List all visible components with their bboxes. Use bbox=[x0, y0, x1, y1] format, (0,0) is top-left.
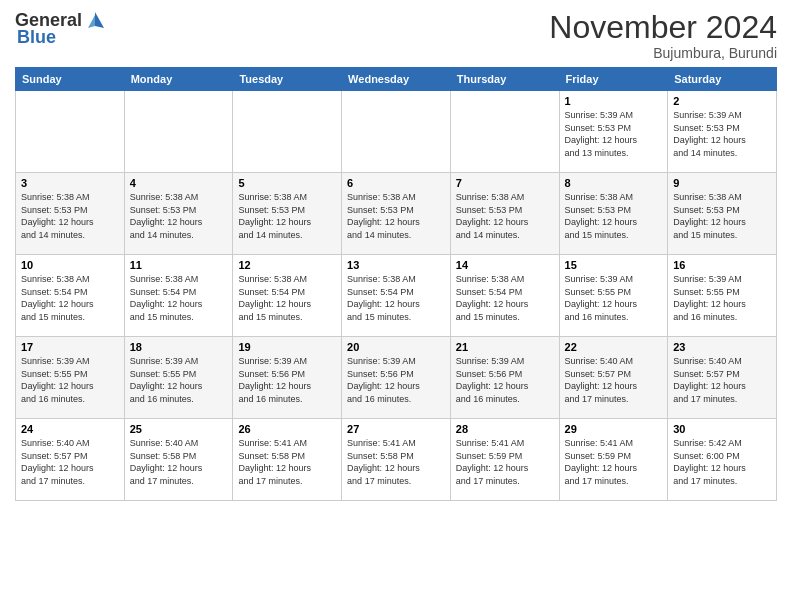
week-row-5: 24Sunrise: 5:40 AMSunset: 5:57 PMDayligh… bbox=[16, 419, 777, 501]
day-number: 15 bbox=[565, 259, 663, 271]
day-info: Sunrise: 5:40 AMSunset: 5:58 PMDaylight:… bbox=[130, 437, 228, 487]
day-number: 27 bbox=[347, 423, 445, 435]
cell-4-2: 26Sunrise: 5:41 AMSunset: 5:58 PMDayligh… bbox=[233, 419, 342, 501]
cell-3-1: 18Sunrise: 5:39 AMSunset: 5:55 PMDayligh… bbox=[124, 337, 233, 419]
page: General Blue November 2024 Bujumbura, Bu… bbox=[0, 0, 792, 612]
cell-0-0 bbox=[16, 91, 125, 173]
day-info: Sunrise: 5:38 AMSunset: 5:54 PMDaylight:… bbox=[130, 273, 228, 323]
cell-1-6: 9Sunrise: 5:38 AMSunset: 5:53 PMDaylight… bbox=[668, 173, 777, 255]
day-number: 17 bbox=[21, 341, 119, 353]
cell-4-1: 25Sunrise: 5:40 AMSunset: 5:58 PMDayligh… bbox=[124, 419, 233, 501]
cell-2-3: 13Sunrise: 5:38 AMSunset: 5:54 PMDayligh… bbox=[342, 255, 451, 337]
day-number: 12 bbox=[238, 259, 336, 271]
day-number: 18 bbox=[130, 341, 228, 353]
cell-0-4 bbox=[450, 91, 559, 173]
cell-4-3: 27Sunrise: 5:41 AMSunset: 5:58 PMDayligh… bbox=[342, 419, 451, 501]
day-info: Sunrise: 5:41 AMSunset: 5:59 PMDaylight:… bbox=[456, 437, 554, 487]
day-number: 8 bbox=[565, 177, 663, 189]
header-tuesday: Tuesday bbox=[233, 68, 342, 91]
svg-marker-1 bbox=[88, 15, 95, 28]
cell-1-4: 7Sunrise: 5:38 AMSunset: 5:53 PMDaylight… bbox=[450, 173, 559, 255]
header-friday: Friday bbox=[559, 68, 668, 91]
day-info: Sunrise: 5:38 AMSunset: 5:53 PMDaylight:… bbox=[347, 191, 445, 241]
day-info: Sunrise: 5:39 AMSunset: 5:53 PMDaylight:… bbox=[673, 109, 771, 159]
day-number: 9 bbox=[673, 177, 771, 189]
day-number: 3 bbox=[21, 177, 119, 189]
day-info: Sunrise: 5:42 AMSunset: 6:00 PMDaylight:… bbox=[673, 437, 771, 487]
week-row-4: 17Sunrise: 5:39 AMSunset: 5:55 PMDayligh… bbox=[16, 337, 777, 419]
day-info: Sunrise: 5:39 AMSunset: 5:56 PMDaylight:… bbox=[238, 355, 336, 405]
cell-1-0: 3Sunrise: 5:38 AMSunset: 5:53 PMDaylight… bbox=[16, 173, 125, 255]
day-number: 16 bbox=[673, 259, 771, 271]
logo-blue: Blue bbox=[17, 28, 56, 48]
location-subtitle: Bujumbura, Burundi bbox=[549, 45, 777, 61]
cell-0-3 bbox=[342, 91, 451, 173]
day-info: Sunrise: 5:39 AMSunset: 5:55 PMDaylight:… bbox=[130, 355, 228, 405]
header-monday: Monday bbox=[124, 68, 233, 91]
day-number: 20 bbox=[347, 341, 445, 353]
day-number: 30 bbox=[673, 423, 771, 435]
cell-4-0: 24Sunrise: 5:40 AMSunset: 5:57 PMDayligh… bbox=[16, 419, 125, 501]
cell-3-0: 17Sunrise: 5:39 AMSunset: 5:55 PMDayligh… bbox=[16, 337, 125, 419]
cell-1-5: 8Sunrise: 5:38 AMSunset: 5:53 PMDaylight… bbox=[559, 173, 668, 255]
day-number: 5 bbox=[238, 177, 336, 189]
day-info: Sunrise: 5:40 AMSunset: 5:57 PMDaylight:… bbox=[673, 355, 771, 405]
day-info: Sunrise: 5:38 AMSunset: 5:54 PMDaylight:… bbox=[347, 273, 445, 323]
cell-0-6: 2Sunrise: 5:39 AMSunset: 5:53 PMDaylight… bbox=[668, 91, 777, 173]
cell-2-1: 11Sunrise: 5:38 AMSunset: 5:54 PMDayligh… bbox=[124, 255, 233, 337]
day-number: 4 bbox=[130, 177, 228, 189]
cell-2-0: 10Sunrise: 5:38 AMSunset: 5:54 PMDayligh… bbox=[16, 255, 125, 337]
cell-3-5: 22Sunrise: 5:40 AMSunset: 5:57 PMDayligh… bbox=[559, 337, 668, 419]
day-number: 6 bbox=[347, 177, 445, 189]
week-row-2: 3Sunrise: 5:38 AMSunset: 5:53 PMDaylight… bbox=[16, 173, 777, 255]
day-number: 13 bbox=[347, 259, 445, 271]
day-number: 26 bbox=[238, 423, 336, 435]
cell-3-3: 20Sunrise: 5:39 AMSunset: 5:56 PMDayligh… bbox=[342, 337, 451, 419]
day-info: Sunrise: 5:38 AMSunset: 5:54 PMDaylight:… bbox=[21, 273, 119, 323]
day-info: Sunrise: 5:41 AMSunset: 5:59 PMDaylight:… bbox=[565, 437, 663, 487]
day-info: Sunrise: 5:38 AMSunset: 5:53 PMDaylight:… bbox=[130, 191, 228, 241]
day-info: Sunrise: 5:38 AMSunset: 5:53 PMDaylight:… bbox=[565, 191, 663, 241]
week-row-1: 1Sunrise: 5:39 AMSunset: 5:53 PMDaylight… bbox=[16, 91, 777, 173]
day-number: 21 bbox=[456, 341, 554, 353]
day-number: 24 bbox=[21, 423, 119, 435]
cell-3-2: 19Sunrise: 5:39 AMSunset: 5:56 PMDayligh… bbox=[233, 337, 342, 419]
day-info: Sunrise: 5:41 AMSunset: 5:58 PMDaylight:… bbox=[347, 437, 445, 487]
day-info: Sunrise: 5:38 AMSunset: 5:54 PMDaylight:… bbox=[238, 273, 336, 323]
header-wednesday: Wednesday bbox=[342, 68, 451, 91]
cell-0-2 bbox=[233, 91, 342, 173]
cell-1-1: 4Sunrise: 5:38 AMSunset: 5:53 PMDaylight… bbox=[124, 173, 233, 255]
day-number: 19 bbox=[238, 341, 336, 353]
header-thursday: Thursday bbox=[450, 68, 559, 91]
logo-icon bbox=[84, 10, 106, 32]
cell-3-4: 21Sunrise: 5:39 AMSunset: 5:56 PMDayligh… bbox=[450, 337, 559, 419]
logo: General Blue bbox=[15, 10, 106, 48]
day-number: 7 bbox=[456, 177, 554, 189]
cell-0-1 bbox=[124, 91, 233, 173]
day-number: 11 bbox=[130, 259, 228, 271]
cell-0-5: 1Sunrise: 5:39 AMSunset: 5:53 PMDaylight… bbox=[559, 91, 668, 173]
cell-2-5: 15Sunrise: 5:39 AMSunset: 5:55 PMDayligh… bbox=[559, 255, 668, 337]
title-block: November 2024 Bujumbura, Burundi bbox=[549, 10, 777, 61]
day-info: Sunrise: 5:39 AMSunset: 5:55 PMDaylight:… bbox=[21, 355, 119, 405]
day-info: Sunrise: 5:39 AMSunset: 5:55 PMDaylight:… bbox=[673, 273, 771, 323]
day-number: 2 bbox=[673, 95, 771, 107]
day-info: Sunrise: 5:38 AMSunset: 5:53 PMDaylight:… bbox=[238, 191, 336, 241]
day-number: 23 bbox=[673, 341, 771, 353]
day-number: 10 bbox=[21, 259, 119, 271]
day-number: 22 bbox=[565, 341, 663, 353]
day-number: 1 bbox=[565, 95, 663, 107]
header-sunday: Sunday bbox=[16, 68, 125, 91]
day-info: Sunrise: 5:41 AMSunset: 5:58 PMDaylight:… bbox=[238, 437, 336, 487]
day-info: Sunrise: 5:38 AMSunset: 5:53 PMDaylight:… bbox=[21, 191, 119, 241]
day-number: 25 bbox=[130, 423, 228, 435]
cell-3-6: 23Sunrise: 5:40 AMSunset: 5:57 PMDayligh… bbox=[668, 337, 777, 419]
cell-2-4: 14Sunrise: 5:38 AMSunset: 5:54 PMDayligh… bbox=[450, 255, 559, 337]
cell-4-4: 28Sunrise: 5:41 AMSunset: 5:59 PMDayligh… bbox=[450, 419, 559, 501]
day-info: Sunrise: 5:39 AMSunset: 5:53 PMDaylight:… bbox=[565, 109, 663, 159]
day-info: Sunrise: 5:38 AMSunset: 5:53 PMDaylight:… bbox=[456, 191, 554, 241]
day-number: 14 bbox=[456, 259, 554, 271]
day-info: Sunrise: 5:39 AMSunset: 5:56 PMDaylight:… bbox=[347, 355, 445, 405]
day-info: Sunrise: 5:38 AMSunset: 5:53 PMDaylight:… bbox=[673, 191, 771, 241]
day-number: 28 bbox=[456, 423, 554, 435]
